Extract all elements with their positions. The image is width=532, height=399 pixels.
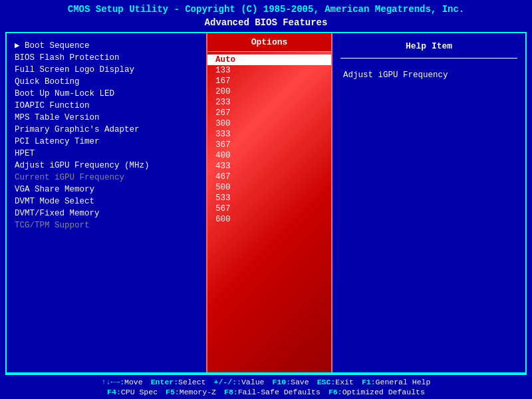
bottom-item-1-2: F8:Fail-Safe Defaults	[224, 388, 321, 396]
help-header: Help Item	[340, 39, 517, 59]
bottom-key: F4:	[107, 388, 121, 396]
help-text: Adjust iGPU Frequency	[340, 65, 517, 85]
menu-item-8[interactable]: PCI Latency Timer	[9, 136, 203, 148]
title-text: CMOS Setup Utility - Copyright (C) 1985-…	[68, 4, 465, 15]
option-item-4[interactable]: 233	[207, 97, 331, 108]
menu-item-2[interactable]: Full Screen Logo Display	[9, 64, 203, 76]
help-panel: Help Item Adjust iGPU Frequency	[332, 33, 525, 372]
menu-item-11[interactable]: Current iGPU Frequency	[9, 172, 203, 184]
menu-item-9[interactable]: HPET	[9, 148, 203, 160]
main-area: Boot SequenceBIOS Flash ProtectionFull S…	[5, 32, 527, 374]
menu-item-0[interactable]: Boot Sequence	[9, 39, 203, 52]
bottom-key: F6:	[329, 388, 342, 396]
bottom-key: F10:	[272, 378, 291, 386]
option-item-2[interactable]: 167	[207, 76, 331, 86]
bottom-key: F1:	[362, 378, 376, 386]
option-item-9[interactable]: 400	[207, 150, 331, 161]
bottom-item-1-3: F6:Optimized Defaults	[329, 388, 425, 396]
menu-item-13[interactable]: DVMT Mode Select	[9, 196, 203, 207]
option-item-6[interactable]: 300	[207, 118, 331, 129]
menu-item-12[interactable]: VGA Share Memory	[9, 184, 203, 196]
menu-item-14[interactable]: DVMT/Fixed Memory	[9, 207, 203, 219]
bottom-item-0-4: ESC:Exit	[317, 378, 354, 386]
bottom-item-0-0: ↑↓←→:Move	[102, 378, 143, 386]
menu-item-10[interactable]: Adjust iGPU Frequency (MHz)	[9, 160, 203, 172]
menu-item-5[interactable]: IOAPIC Function	[9, 100, 203, 112]
option-item-1[interactable]: 133	[207, 65, 331, 76]
bottom-item-0-5: F1:General Help	[362, 378, 431, 386]
bottom-row-1: F4:CPU SpecF5:Memory-ZF8:Fail-Safe Defau…	[11, 388, 521, 396]
menu-item-7[interactable]: Primary Graphic's Adapter	[9, 124, 203, 136]
option-item-12[interactable]: 500	[207, 182, 331, 193]
menu-item-3[interactable]: Quick Booting	[9, 76, 203, 88]
bottom-key: +/-/::	[214, 378, 241, 386]
bottom-item-0-2: +/-/::Value	[214, 378, 265, 386]
bottom-key: F5:	[166, 388, 180, 396]
bottom-item-1-0: F4:CPU Spec	[107, 388, 158, 396]
option-item-3[interactable]: 200	[207, 86, 331, 97]
option-item-10[interactable]: 433	[207, 161, 331, 172]
menu-item-1[interactable]: BIOS Flash Protection	[9, 52, 203, 64]
left-panel: Boot SequenceBIOS Flash ProtectionFull S…	[7, 33, 206, 372]
option-item-11[interactable]: 467	[207, 172, 331, 182]
option-item-7[interactable]: 333	[207, 129, 331, 140]
bottom-key: Enter:	[151, 378, 178, 386]
bios-screen: CMOS Setup Utility - Copyright (C) 1985-…	[0, 0, 532, 399]
subtitle-text: Advanced BIOS Features	[205, 17, 328, 28]
bottom-key: F8:	[224, 388, 238, 396]
option-item-5[interactable]: 267	[207, 108, 331, 118]
option-item-14[interactable]: 567	[207, 203, 331, 214]
options-list[interactable]: Auto133167200233267300333367400433467500…	[207, 52, 331, 372]
options-header: Options	[207, 33, 331, 52]
option-item-0[interactable]: Auto	[207, 55, 331, 65]
subtitle: Advanced BIOS Features	[0, 16, 532, 32]
bottom-item-0-3: F10:Save	[272, 378, 309, 386]
bottom-key: ESC:	[317, 378, 336, 386]
option-item-8[interactable]: 367	[207, 140, 331, 150]
bottom-bar: ↑↓←→:MoveEnter:Select+/-/::ValueF10:Save…	[5, 374, 527, 399]
title-bar: CMOS Setup Utility - Copyright (C) 1985-…	[0, 0, 532, 16]
menu-item-4[interactable]: Boot Up Num-Lock LED	[9, 88, 203, 100]
bottom-key: ↑↓←→:	[102, 378, 125, 386]
bottom-row-0: ↑↓←→:MoveEnter:Select+/-/::ValueF10:Save…	[11, 378, 521, 386]
menu-item-15[interactable]: TCG/TPM Support	[9, 219, 203, 231]
bottom-item-0-1: Enter:Select	[151, 378, 206, 386]
menu-item-6[interactable]: MPS Table Version	[9, 112, 203, 124]
option-item-13[interactable]: 533	[207, 193, 331, 203]
bottom-item-1-1: F5:Memory-Z	[166, 388, 216, 396]
option-item-15[interactable]: 600	[207, 214, 331, 225]
options-panel: Options Auto1331672002332673003333674004…	[206, 33, 332, 372]
